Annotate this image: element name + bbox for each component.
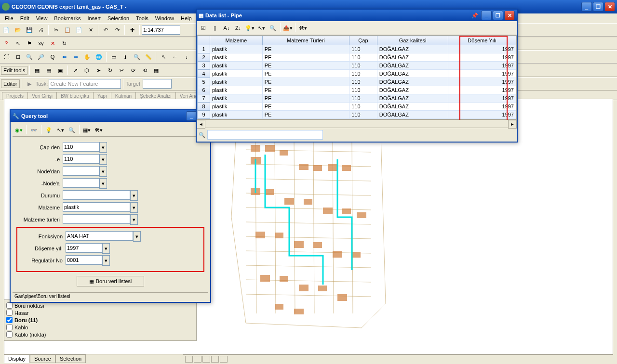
- editor-label[interactable]: Editor: [1, 79, 20, 88]
- chevron-down-icon[interactable]: ▾: [130, 214, 138, 225]
- nodedan-input[interactable]: [63, 166, 99, 176]
- pointer-icon[interactable]: ↖: [158, 52, 169, 62]
- malzeme-input[interactable]: [63, 202, 130, 212]
- checkbox[interactable]: [6, 324, 13, 330]
- undo-icon[interactable]: ↶: [100, 25, 111, 35]
- table-row[interactable]: 7plastikPE110DOĞALGAZ1997: [198, 94, 516, 103]
- column-header[interactable]: Döşeme Yılı: [448, 36, 516, 45]
- next-extent-icon[interactable]: ➡: [70, 52, 81, 62]
- sb-icon[interactable]: [202, 356, 210, 363]
- edit-tools-label[interactable]: Edit tools: [1, 66, 27, 75]
- globe-icon[interactable]: 🌐: [94, 52, 104, 62]
- refresh-icon[interactable]: ↻: [59, 38, 69, 49]
- list-icon[interactable]: ▦▾: [81, 125, 92, 135]
- target-input[interactable]: [143, 79, 172, 89]
- menu-insert[interactable]: Insert: [84, 14, 104, 22]
- delete-icon[interactable]: ✕: [85, 25, 96, 35]
- export-icon[interactable]: 📤▾: [282, 23, 293, 33]
- menu-selection[interactable]: Selection: [105, 14, 132, 22]
- chevron-down-icon[interactable]: ▾: [99, 178, 107, 189]
- save-icon[interactable]: 💾: [24, 25, 35, 35]
- table-row[interactable]: 4plastikPE110DOĞALGAZ1997: [198, 70, 516, 78]
- table-row[interactable]: 3plastikPE110DOĞALGAZ1997: [198, 62, 516, 70]
- grid-hscroll[interactable]: [197, 120, 517, 128]
- data-frame-icon[interactable]: ▣: [55, 65, 66, 76]
- menu-window[interactable]: Window: [152, 14, 177, 22]
- fixed-zoom-icon[interactable]: Q: [47, 52, 58, 62]
- chevron-down-icon[interactable]: ▾: [130, 202, 138, 213]
- cap-den-input[interactable]: [63, 142, 99, 152]
- rotate-icon[interactable]: ⟳: [128, 65, 138, 76]
- layer-props-icon[interactable]: ▦: [32, 65, 42, 76]
- table-row[interactable]: 1plastikPE110DOĞALGAZ1997: [198, 45, 516, 53]
- cut-icon[interactable]: ✂: [51, 25, 61, 35]
- menu-edit[interactable]: Edit: [17, 14, 32, 22]
- chevron-down-icon[interactable]: ▾: [133, 231, 141, 242]
- prev-extent-icon[interactable]: ⬅: [59, 52, 69, 62]
- regulator-input[interactable]: [66, 255, 102, 265]
- copy-icon[interactable]: 📋: [62, 25, 73, 35]
- query-minimize-button[interactable]: _: [186, 111, 197, 121]
- sort-desc-icon[interactable]: Z↓: [233, 23, 243, 33]
- sb-icon[interactable]: [194, 356, 201, 363]
- binoculars-icon[interactable]: 👓: [28, 125, 39, 135]
- menu-file[interactable]: File: [2, 14, 16, 22]
- reshape-icon[interactable]: ↻: [105, 65, 115, 76]
- chevron-down-icon[interactable]: ▾: [102, 243, 110, 254]
- identify-icon[interactable]: ℹ: [120, 52, 131, 62]
- chevron-down-icon[interactable]: ▾: [99, 154, 107, 165]
- measure-icon[interactable]: 📏: [143, 52, 154, 62]
- table-row[interactable]: 2plastikPE110DOĞALGAZ1997: [198, 53, 516, 62]
- zoom-xy-icon[interactable]: ⊡: [13, 52, 23, 62]
- redo-icon[interactable]: ↷: [112, 25, 122, 35]
- zoom-out-icon[interactable]: 🔎: [36, 52, 46, 62]
- tools2-icon[interactable]: 🛠▾: [297, 23, 308, 33]
- zoom-in-icon[interactable]: 🔍: [24, 52, 35, 62]
- select-rect-icon[interactable]: ▭: [108, 52, 119, 62]
- dl-close-button[interactable]: ✕: [504, 11, 515, 20]
- select-arrow-icon[interactable]: ↖: [13, 38, 23, 49]
- sb-icon[interactable]: [185, 356, 193, 363]
- checkbox[interactable]: [6, 310, 13, 316]
- fonksiyon-input[interactable]: [66, 231, 133, 241]
- tab-selection[interactable]: Selection: [55, 354, 86, 363]
- highlight-icon[interactable]: 💡▾: [244, 23, 255, 33]
- durumu-input[interactable]: [63, 190, 130, 200]
- light-icon[interactable]: 💡: [43, 125, 54, 135]
- column-header[interactable]: Malzeme Türleri: [262, 36, 349, 45]
- close-button[interactable]: ✕: [604, 2, 615, 12]
- scale-input[interactable]: [142, 25, 180, 35]
- arrow-down-icon[interactable]: ↓: [181, 52, 192, 62]
- add-layer-icon[interactable]: ✚: [127, 25, 137, 35]
- xy-icon[interactable]: xy: [36, 38, 46, 49]
- table-row[interactable]: 9plastikPE110DOĞALGAZ1997: [198, 111, 516, 119]
- sketch-icon[interactable]: ↗: [70, 65, 80, 76]
- dl-maximize-button[interactable]: ❐: [493, 11, 503, 20]
- paste-icon[interactable]: 📄: [74, 25, 84, 35]
- refresh-sel-icon[interactable]: ⟲: [139, 65, 150, 76]
- sb-icon[interactable]: [211, 356, 219, 363]
- split-icon[interactable]: ✂: [116, 65, 127, 76]
- pin-icon[interactable]: 📌: [471, 13, 478, 19]
- table-row[interactable]: 8plastikPE110DOĞALGAZ1997: [198, 103, 516, 111]
- checkbox[interactable]: [6, 302, 13, 309]
- clear-icon[interactable]: ✕: [47, 38, 58, 49]
- edit-poly-icon[interactable]: ⬡: [81, 65, 92, 76]
- data-grid[interactable]: MalzemeMalzeme TürleriÇapGaz kalitesiDöş…: [197, 35, 517, 119]
- column-header[interactable]: Çap: [349, 36, 377, 45]
- malzeme-tur-input[interactable]: [63, 214, 130, 224]
- column-header[interactable]: Gaz kalitesi: [377, 36, 448, 45]
- row-icon[interactable]: ▯: [210, 23, 220, 33]
- table-row[interactable]: 6plastikPE110DOĞALGAZ1997: [198, 86, 516, 94]
- maximize-button[interactable]: ❐: [593, 2, 604, 12]
- boru-veri-button[interactable]: ▦Boru veri listesi: [77, 276, 144, 286]
- info-icon[interactable]: ?: [1, 38, 12, 49]
- doseme-input[interactable]: [66, 243, 102, 253]
- column-header[interactable]: Malzeme: [210, 36, 263, 45]
- attr-table-icon[interactable]: ▤: [43, 65, 54, 76]
- attr-icon[interactable]: ▦: [151, 65, 161, 76]
- checkbox[interactable]: [6, 331, 13, 338]
- new-icon[interactable]: 📄: [1, 25, 12, 35]
- dl-minimize-button[interactable]: _: [481, 11, 492, 20]
- sb-icon[interactable]: [220, 356, 228, 363]
